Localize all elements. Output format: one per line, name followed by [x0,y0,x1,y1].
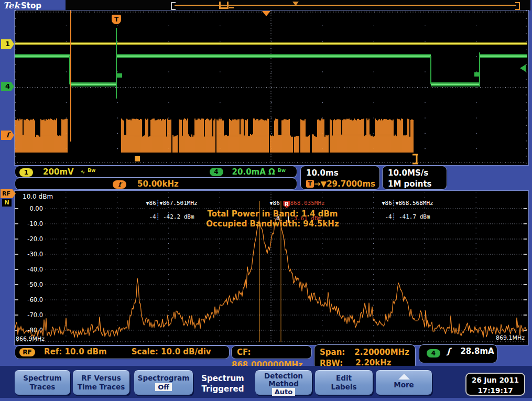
marker-trunc-amp: -4 [149,213,156,220]
ch1-readout-badge: 1 [19,168,33,177]
date-label: 26 Jun 2011 [466,375,524,385]
start-frequency-label: 866.9MHz [16,335,45,342]
button-label: Spectrum [15,374,70,383]
trigger-time-marker-icon: T [112,15,121,24]
spectrum-triggered-label: Spectrum Triggered [191,373,254,394]
spectrum-traces-button[interactable]: Spectrum Traces [15,370,70,395]
edit-labels-button[interactable]: Edit Labels [315,370,373,395]
spectrogram-value: Off [155,383,172,391]
trigger-ch4-badge: 4 [427,349,440,357]
ch4-ohm-icon: Ω [268,167,275,177]
rf-frequency-readout-box: f 50.00kHz [15,178,297,190]
spectrum-ref-level: 10.0 dBm [21,193,55,200]
marker-trunc-amp: -4 [385,213,392,220]
acquisition-readout-box: 10.0MS/s 1M points [382,166,447,190]
marker-freq: 868.568MHz [398,200,433,207]
rf-readout-badge: RF [19,348,35,356]
marker-trunc-freq: 86 [273,200,280,207]
spectrogram-button[interactable]: Spectrogram Off [134,370,193,395]
record-length: 1M points [388,179,432,188]
button-label: Detection [255,372,312,380]
button-label: Traces [15,383,70,392]
detection-method-button[interactable]: Detection Method Auto [255,370,312,395]
trigger-chip-icon: T [306,180,314,188]
marker-trunc-freq: 86 [385,200,392,207]
trigger-time: 29.7000ms [327,179,375,188]
trigger-level-arrow-icon[interactable] [520,64,526,72]
time-label: 17:19:17 [466,385,524,396]
trigger-tri-icon: ▼ [321,179,327,188]
button-label: Method [255,380,312,388]
band-measurements: Total Power in Band: 1.4 dBm Occupied Ba… [173,209,372,229]
trigger-arrow-icon: → [314,179,321,188]
trigger-position-icon[interactable] [262,11,270,16]
marker-freq: 868.035MHz [290,200,324,207]
scale-readout: Scale: 10.0 dB/div [132,347,211,356]
marker-trunc-freq: 86 [149,200,156,207]
total-power-annotation: Total Power in Band: 1.4 dBm [173,209,372,219]
channel-readout-box: 1 200mV ∿ Bw 4 20.0mA Ω Bw [15,166,297,178]
timebase-readout-box: 10.0ms T→▼29.7000ms [300,166,380,190]
center-frequency-box: CF: 868.000000MHz [231,345,312,359]
f-readout-badge: f [113,180,126,189]
ch1-scale: 200mV [43,167,74,177]
button-label: Edit [315,374,373,383]
span-readout: 2.20000MHz [354,348,409,357]
datetime-box: 26 Jun 2011 17:19:17 [465,373,525,396]
oscilloscope-screen: Tek Stop 0.00-10.0-20.0-30.0-40.0-50.0-6… [0,0,532,401]
ch4-scale: 20.0mA [232,167,266,177]
button-label: Spectrogram [134,374,193,383]
f-value: 50.00kHz [137,179,179,189]
mode-label-line: Triggered [191,384,254,394]
mode-label-line: Spectrum [191,373,254,384]
up-arrow-icon [398,374,410,380]
more-button[interactable]: More [376,370,432,395]
ch1-coupling-icon: ∿ [81,169,85,175]
sample-rate: 10.0MS/s [388,168,428,178]
ch1-bandwidth-icon: Bw [88,168,95,173]
reference-marker-icon: R [283,201,290,208]
rf-normal-trace-badge: N [2,199,12,207]
button-label: Time Traces [73,383,129,392]
rf-settings-box: RF Ref: 10.0 dBm Scale: 10.0 dB/div [15,345,230,359]
button-label: Labels [315,383,373,392]
ch4-readout-badge: 4 [210,168,223,176]
detection-value: Auto [272,388,295,396]
trigger-source-box: 4 ʃ 28.8mA [419,344,497,363]
occupied-bandwidth-annotation: Occupied Bandwidth: 94.5kHz [173,219,372,229]
stop-frequency-label: 869.1MHz [496,334,525,341]
timebase-scale: 10.0ms [306,168,339,178]
trigger-slope-icon: ʃ [447,346,450,356]
ch4-bandwidth-icon: Bw [278,168,286,173]
marker-freq: 867.501MHz [162,200,197,207]
marker-readout-right: ▼86┊▼868.568MHz -4┊ -41.7 dBm [368,193,433,227]
button-label: RF Versus [73,374,129,383]
ref-level-readout: Ref: 10.0 dBm [44,347,107,356]
span-label: Span: [320,348,345,357]
button-label: More [376,381,432,389]
rf-versus-time-traces-button[interactable]: RF Versus Time Traces [73,370,129,395]
trigger-level-readout: 28.8mA [460,346,494,356]
marker-amp: -41.7 dBm [399,213,430,220]
